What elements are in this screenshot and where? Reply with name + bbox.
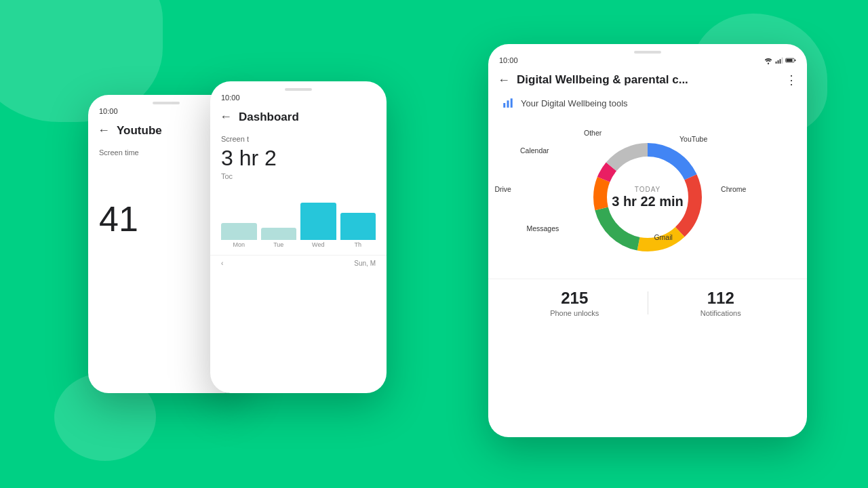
phones-container: 10:00 ← Youtube Screen time 41 10:00 ← D…	[0, 0, 868, 488]
battery-icon	[785, 57, 796, 64]
svg-rect-8	[503, 103, 505, 108]
time-1: 10:00	[99, 107, 118, 115]
screen-time-sub: Toc	[221, 172, 376, 180]
stat-notifications: 112 Notifications	[648, 289, 794, 317]
status-icons	[764, 56, 796, 64]
svg-rect-4	[782, 58, 783, 64]
label-mon: Mon	[221, 241, 257, 248]
svg-rect-1	[776, 62, 777, 64]
svg-rect-6	[786, 59, 792, 62]
bar-mon	[221, 223, 257, 240]
notifications-label: Notifications	[648, 309, 794, 317]
label-gmail: Gmail	[654, 233, 672, 241]
label-youtube: YouTube	[679, 135, 707, 143]
app-bar-dashboard: ← Dashboard	[210, 104, 387, 129]
phone-dashboard: 10:00 ← Dashboard Screen t 3 hr 2 Toc Mo…	[210, 81, 387, 393]
bar-wed	[300, 203, 336, 240]
svg-rect-10	[511, 98, 513, 108]
label-other: Other	[584, 129, 601, 137]
bottom-nav: ‹ Sun, M	[210, 255, 387, 271]
chart-labels: Mon Tue Wed Th	[210, 240, 387, 249]
label-chrome: Chrome	[721, 185, 746, 193]
svg-point-0	[768, 63, 769, 64]
more-icon[interactable]: ⋮	[785, 73, 797, 87]
status-bar-3: 10:00	[488, 54, 807, 67]
stats-row: 215 Phone unlocks 112 Notifications	[488, 279, 807, 327]
label-thu: Th	[340, 241, 376, 248]
unlocks-label: Phone unlocks	[502, 309, 648, 317]
donut-chart-container: TODAY 3 hr 22 min YouTube Chrome Gmail M…	[488, 123, 807, 272]
nav-date: Sun, M	[354, 260, 376, 267]
status-bar-2: 10:00	[210, 91, 387, 104]
notifications-value: 112	[648, 289, 794, 308]
svg-rect-7	[795, 60, 796, 61]
wifi-icon	[764, 56, 773, 64]
phone-wellbeing: 10:00	[488, 44, 807, 437]
wellbeing-subtitle: Your Digital Wellbeing tools	[521, 98, 628, 108]
stat-phone-unlocks: 215 Phone unlocks	[502, 289, 648, 317]
label-messages: Messages	[526, 224, 559, 232]
back-arrow-3[interactable]: ←	[498, 73, 510, 87]
unlocks-value: 215	[502, 289, 648, 308]
back-arrow-2[interactable]: ←	[220, 110, 232, 124]
app-bar-wellbeing: ← Digital Wellbeing & parental c... ⋮	[488, 67, 807, 93]
label-tue: Tue	[261, 241, 297, 248]
label-calendar: Calendar	[520, 146, 549, 155]
back-arrow-1[interactable]: ←	[98, 123, 110, 138]
time-3: 10:00	[499, 56, 518, 64]
svg-rect-9	[507, 100, 509, 108]
bar-tue	[261, 228, 297, 240]
screen-time-section: Screen t 3 hr 2 Toc	[210, 129, 387, 186]
donut-labels: YouTube Chrome Gmail Messages Drive Cale…	[488, 123, 807, 272]
bar-thu	[340, 213, 376, 240]
bar-chart-icon	[502, 97, 514, 109]
screen-time-label: Screen t	[221, 135, 376, 143]
signal-icon	[775, 56, 783, 64]
screen-time-value: 3 hr 2	[221, 146, 376, 171]
wellbeing-title: Digital Wellbeing & parental c...	[517, 73, 778, 87]
dashboard-title: Dashboard	[239, 110, 377, 124]
svg-rect-2	[778, 60, 779, 64]
svg-rect-3	[780, 59, 781, 64]
label-wed: Wed	[300, 241, 336, 248]
nav-back[interactable]: ‹	[221, 260, 223, 267]
time-2: 10:00	[221, 94, 240, 102]
wellbeing-subtitle-row: Your Digital Wellbeing tools	[488, 93, 807, 116]
mini-bar-chart	[210, 186, 387, 240]
label-drive: Drive	[494, 185, 511, 193]
